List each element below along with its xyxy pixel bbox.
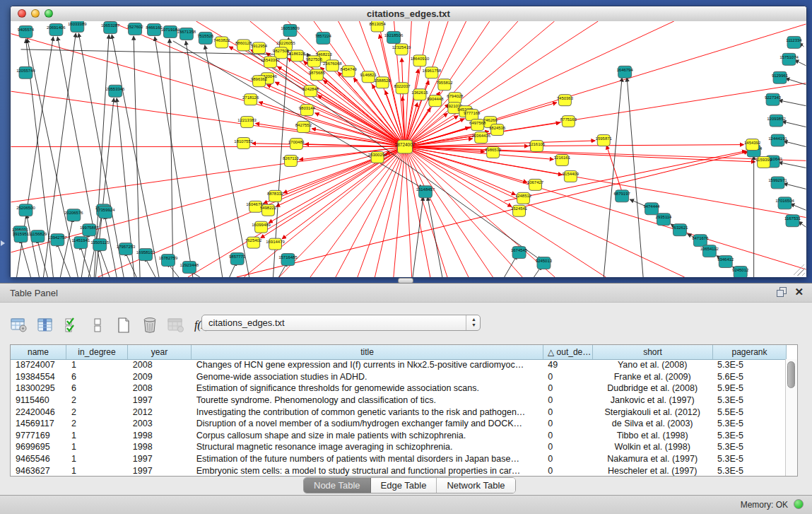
close-panel-icon[interactable]: ✕	[794, 287, 804, 296]
cell-short: Dudbridge et al. (2008)	[592, 382, 712, 395]
tab-network-table[interactable]: Network Table	[437, 478, 514, 493]
cell-year: 1998	[128, 430, 192, 442]
column-header-title[interactable]: title	[192, 345, 543, 359]
table-row[interactable]: 946554611997Estimation of the future num…	[11, 453, 786, 465]
import-table-icon[interactable]	[167, 316, 185, 334]
cell-pagerank: 5.3E-5	[712, 441, 786, 453]
cell-in_degree: 6	[66, 371, 128, 383]
graph-node-label: 9129961	[772, 74, 789, 78]
network-window-titlebar[interactable]: citations_edges.txt	[11, 6, 806, 22]
cell-in_degree: 1	[66, 359, 128, 371]
graph-node-label: 12923448	[180, 263, 199, 267]
tab-edge-table[interactable]: Edge Table	[371, 478, 437, 493]
window-resize-grip[interactable]	[794, 264, 805, 276]
table-row[interactable]: 969969511998Structural magnetic resonanc…	[11, 441, 786, 453]
network-view-window[interactable]: citations_edges.txt 94055742069140616033…	[10, 6, 807, 277]
delete-table-icon[interactable]	[141, 316, 159, 334]
black-edge	[80, 245, 90, 277]
table-panel: Table Panel ✕	[0, 283, 812, 496]
column-header-pagerank[interactable]: pagerank	[713, 345, 787, 359]
tab-node-table[interactable]: Node Table	[304, 478, 371, 493]
graph-node-label: 7450363	[557, 96, 574, 100]
black-edge	[112, 35, 159, 277]
cell-out_de: 0	[543, 418, 592, 430]
graph-node-label: 8322037	[394, 84, 411, 88]
new-table-icon[interactable]	[114, 316, 133, 334]
table-row[interactable]: 946362711997Embryonic stem cells: a mode…	[11, 465, 786, 476]
graph-node-label: 25206500	[16, 206, 35, 210]
select-all-icon[interactable]	[62, 316, 81, 334]
table-row[interactable]: 1872400712008Changes of HCN gene express…	[11, 359, 786, 371]
graph-node-label: 8775163	[560, 117, 577, 122]
cell-year: 1998	[128, 441, 192, 453]
black-edge	[186, 41, 223, 277]
black-edge	[21, 49, 311, 55]
red-edge	[405, 147, 469, 277]
cell-pagerank: 5.5E-5	[712, 406, 786, 418]
column-visibility-icon[interactable]	[36, 316, 54, 334]
cell-year: 1997	[128, 453, 192, 465]
column-header-year[interactable]: year	[128, 345, 192, 359]
graph-node-label: 8471676	[692, 236, 709, 240]
graph-node-label: 9346412	[717, 257, 734, 262]
cell-short: Jankovic et al. (1997)	[592, 395, 712, 407]
table-vertical-scrollbar[interactable]	[785, 359, 797, 476]
float-panel-icon[interactable]	[777, 287, 786, 296]
table-selector-dropdown[interactable]: citations_edges.txt ▲▼	[201, 315, 481, 331]
table-row[interactable]: 1456911722003Disruption of a novel membe…	[11, 418, 786, 430]
graph-node-label: 9474444	[643, 204, 660, 209]
network-canvas[interactable]: 9405574206914061603338910653287152760284…	[11, 21, 806, 277]
graph-node-label: 9245013	[536, 259, 553, 263]
graph-node-label: 11156829	[29, 232, 47, 236]
red-edge	[405, 147, 412, 277]
scrollbar-thumb[interactable]	[787, 361, 795, 388]
graph-node-label: 19975887	[80, 226, 99, 230]
graph-node-label: 7857224	[315, 34, 332, 38]
graph-node-label: 5912954	[251, 44, 268, 48]
graph-node-label: 13942757	[48, 235, 67, 240]
graph-node-label: 1167531	[784, 216, 801, 221]
cell-out_de: 0	[543, 465, 592, 476]
black-edge	[173, 41, 423, 188]
table-row[interactable]: 2242004622012Investigating the contribut…	[11, 406, 786, 418]
graph-node-label: 15751074	[779, 55, 799, 59]
graph-node-label: 15148457	[416, 187, 435, 192]
table-settings-icon[interactable]	[10, 316, 28, 334]
graph-node-label: 12325419	[392, 45, 411, 49]
cytoscape-desktop: citations_edges.txt 94055742069140616033…	[0, 0, 812, 283]
graph-node-label: 12093852	[767, 117, 786, 121]
graph-node-label: 17359924	[96, 208, 115, 212]
table-row[interactable]: 977716911998Corpus callosum shape and si…	[11, 430, 786, 442]
graph-node-label: 12055744	[16, 69, 35, 73]
table-row[interactable]: 911546021997Tourette syndrome. Phenomeno…	[11, 395, 786, 407]
graph-node-label: 9857771	[229, 255, 246, 259]
graph-node-label: 3915951	[13, 232, 30, 236]
unselect-all-icon[interactable]	[88, 316, 107, 334]
column-header-in_degree[interactable]: in_degree	[66, 345, 128, 359]
cell-year: 2009	[128, 371, 192, 383]
graph-node-label: 16053809	[281, 26, 300, 30]
dropdown-stepper: ▲▼	[466, 315, 480, 330]
citation-network-graph[interactable]: 9405574206914061603338910653287152760284…	[11, 21, 806, 277]
cell-name: 19384554	[11, 371, 66, 383]
black-edge	[134, 36, 140, 277]
cell-pagerank: 5.3E-5	[712, 453, 786, 465]
graph-node-label: 1112334	[786, 38, 802, 42]
graph-node-label: 9875685	[309, 71, 326, 75]
cell-short: Stergiakouli et al. (2012)	[592, 406, 712, 418]
table-row[interactable]: 1938455462009Genome-wide association stu…	[11, 371, 786, 383]
black-edge	[627, 78, 643, 277]
black-edge	[794, 60, 806, 66]
graph-node-label: 16543362	[261, 58, 280, 62]
cell-name: 9699695	[11, 441, 66, 453]
table-row[interactable]: 1830029562008Estimation of significance …	[11, 382, 786, 395]
panel-collapse-arrow[interactable]	[1, 240, 5, 246]
table-body: 1872400712008Changes of HCN gene express…	[11, 359, 786, 476]
column-header-name[interactable]: name	[11, 345, 66, 359]
black-edge	[786, 78, 806, 85]
cell-out_de: 0	[543, 406, 592, 418]
cell-name: 18300295	[11, 382, 66, 395]
column-header-short[interactable]: short	[593, 345, 713, 359]
cell-year: 2008	[128, 359, 192, 371]
column-header-out_de[interactable]: △ out_de…	[543, 345, 593, 359]
